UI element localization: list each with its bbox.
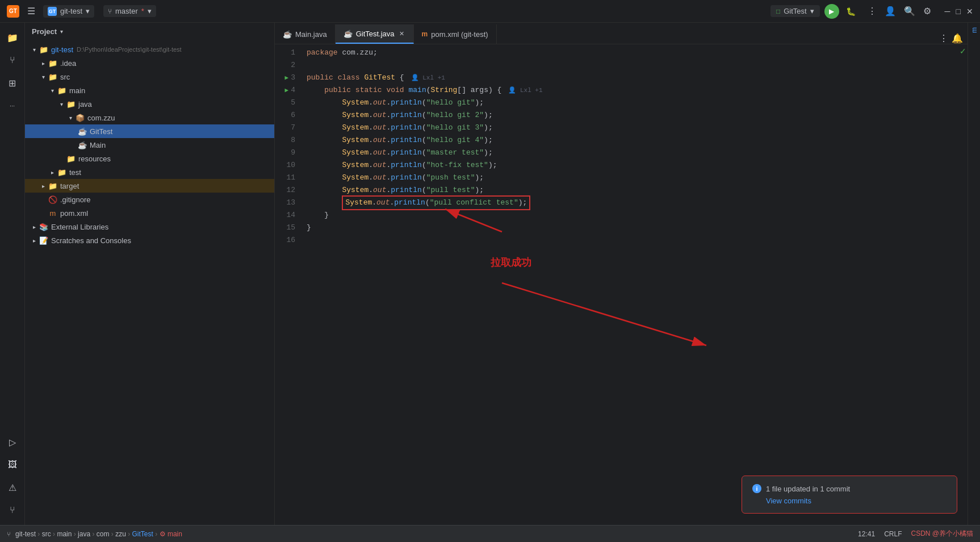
more-options-icon[interactable]: ⋮ — [868, 6, 877, 16]
notification-link[interactable]: View commits — [766, 497, 947, 505]
tab-main-java[interactable]: ☕ Main.java — [275, 24, 336, 44]
tree-item-pom-xml[interactable]: m pom.xml — [25, 206, 274, 220]
tree-label-idea: .idea — [60, 59, 76, 68]
debug-icon: 🐛 — [846, 7, 856, 16]
tab-pom-xml[interactable]: m pom.xml (git-test) — [414, 24, 497, 44]
breadcrumb-main[interactable]: main — [57, 530, 72, 538]
tree-item-gitignore[interactable]: 🚫 .gitignore — [25, 193, 274, 206]
tree-item-src[interactable]: ▾ 📁 src — [25, 70, 274, 84]
notification-content: i 1 file updated in 1 commit — [752, 484, 947, 493]
project-badge-icon: GT — [48, 7, 57, 16]
gittest-java-tab-close[interactable]: ✕ — [398, 29, 405, 39]
activity-run-icon[interactable]: ▷ — [2, 432, 23, 452]
tree-item-test[interactable]: ▸ 📁 test — [25, 165, 274, 179]
sidebar-chevron-icon[interactable]: ▾ — [60, 28, 63, 35]
project-badge[interactable]: GT git-test ▾ — [43, 5, 94, 18]
tree-item-ext-libs[interactable]: ▸ 📚 External Libraries — [25, 220, 274, 234]
tab-gittest-java[interactable]: ☕ GitTest.java ✕ — [336, 24, 414, 44]
kw-package: package — [307, 47, 338, 59]
tree-label-src: src — [60, 73, 70, 81]
breadcrumb-zzu[interactable]: zzu — [115, 530, 126, 538]
hamburger-button[interactable]: ☰ — [25, 3, 37, 19]
tree-item-idea[interactable]: ▸ 📁 .idea — [25, 56, 274, 70]
kw-public-3: public — [307, 72, 333, 84]
method-main: main — [409, 84, 426, 97]
line-numbers: 1 2 ▶3 ▶4 5 6 7 8 9 10 11 12 13 14 15 16 — [275, 44, 302, 525]
status-right: 12:41 CRLF CSDN @养个小橘猫 — [858, 529, 973, 539]
breadcrumb-com[interactable]: com — [97, 530, 110, 538]
breadcrumb-git-test[interactable]: git-test — [15, 530, 36, 538]
activity-more-icon[interactable]: ··· — [2, 95, 23, 116]
maximize-button[interactable]: □ — [956, 7, 961, 16]
run-gutter-4[interactable]: ▶ — [285, 84, 289, 97]
code-content[interactable]: package com.zzu; public class GitTest { … — [302, 44, 958, 525]
run-config-badge[interactable]: □ GitTest ▾ — [770, 5, 820, 17]
breadcrumb-main-method[interactable]: ⚙ main — [160, 530, 182, 538]
tree-item-java[interactable]: ▾ 📁 java — [25, 97, 274, 111]
breadcrumb-java[interactable]: java — [78, 530, 90, 538]
tree-arrow-idea: ▸ — [39, 60, 48, 66]
method-println-10: println — [391, 159, 422, 172]
run-icon: ▶ — [829, 7, 834, 15]
activity-project-icon[interactable]: 📁 — [2, 27, 23, 48]
tree-item-git-test[interactable]: ▾ 📁 git-test D:\Python\IdeaProjects\git-… — [25, 43, 274, 56]
tree-item-resources[interactable]: 📁 resources — [25, 152, 274, 165]
settings-icon[interactable]: ⚙ — [923, 6, 931, 16]
tab-bar: ☕ Main.java ☕ GitTest.java ✕ m pom.xml (… — [275, 23, 968, 44]
author-annot-3: 👤 Lxl +1 — [411, 72, 445, 84]
main-layout: 📁 ⑂ ⊞ ··· ▷ 🖼 ⚠ ⑂ Project ▾ ▾ 📁 git-test… — [0, 23, 980, 525]
paren-12: ( — [422, 184, 426, 197]
cls-system-9: System — [342, 147, 368, 159]
var-4d: ( — [426, 84, 431, 97]
close-button[interactable]: ✕ — [966, 7, 973, 16]
debug-button[interactable]: 🐛 — [844, 4, 858, 19]
var-14: } — [307, 209, 329, 222]
tree-item-com-zzu[interactable]: ▾ 📦 com.zzu — [25, 111, 274, 124]
breadcrumb-gittest[interactable]: GitTest — [132, 530, 153, 538]
tree-item-main[interactable]: ▾ 📁 main — [25, 84, 274, 97]
tree-arrow-com-zzu: ▾ — [66, 115, 75, 121]
out-10: out — [373, 159, 386, 172]
activity-plugins-icon[interactable]: ⊞ — [2, 73, 23, 93]
branch-chevron-icon: ▾ — [148, 7, 152, 15]
kw-public-4: public — [324, 84, 351, 97]
tab-more-icon[interactable]: ⋮ — [939, 33, 948, 44]
close-7: ); — [484, 122, 493, 134]
folder-test-icon: 📁 — [57, 168, 67, 177]
status-watermark: CSDN @养个小橘猫 — [911, 529, 973, 539]
breadcrumb-src[interactable]: src — [42, 530, 51, 538]
run-gutter-3[interactable]: ▶ — [285, 72, 289, 84]
var-3b — [360, 72, 365, 84]
code-line-1: package com.zzu; — [302, 47, 958, 59]
indent-6 — [307, 109, 342, 122]
tree-arrow-java: ▾ — [57, 101, 66, 107]
tree-label-target: target — [60, 182, 79, 190]
search-icon[interactable]: 🔍 — [904, 6, 915, 16]
out-6: out — [373, 109, 386, 122]
sidebar: Project ▾ ▾ 📁 git-test D:\Python\IdeaPro… — [25, 23, 275, 525]
bell-icon[interactable]: 🔔 — [952, 33, 963, 44]
tree-label-scratches: Scratches and Consoles — [51, 236, 131, 245]
branch-badge[interactable]: ⑂ master * ▾ — [103, 5, 156, 17]
right-sidebar-m-icon[interactable]: m — [970, 27, 978, 33]
run-button[interactable]: ▶ — [824, 4, 839, 19]
tree-item-scratches[interactable]: ▸ 📝 Scratches and Consoles — [25, 234, 274, 247]
dot2-5: . — [386, 97, 391, 109]
kw-static: static — [355, 84, 382, 97]
tree-item-gittest[interactable]: ☕ GitTest — [25, 124, 274, 138]
user-icon[interactable]: 👤 — [885, 6, 896, 16]
activity-alert-icon[interactable]: ⚠ — [2, 477, 23, 498]
activity-image-icon[interactable]: 🖼 — [2, 455, 23, 475]
status-encoding[interactable]: CRLF — [884, 530, 902, 538]
minimize-button[interactable]: ─ — [945, 7, 950, 16]
folder-main-icon: 📁 — [57, 86, 67, 95]
tree-path-git-test: D:\Python\IdeaProjects\git-test\git-test — [77, 46, 182, 53]
tree-arrow-git-test: ▾ — [30, 47, 39, 53]
dot-12: . — [368, 184, 373, 197]
line-num-1: 1 — [275, 47, 295, 59]
tree-item-main-class[interactable]: ☕ Main — [25, 138, 274, 152]
activity-git2-icon[interactable]: ⑂ — [2, 500, 23, 520]
activity-commit-icon[interactable]: ⑂ — [2, 50, 23, 70]
line-num-7: 7 — [275, 122, 295, 134]
tree-item-target[interactable]: ▸ 📁 target — [25, 179, 274, 193]
